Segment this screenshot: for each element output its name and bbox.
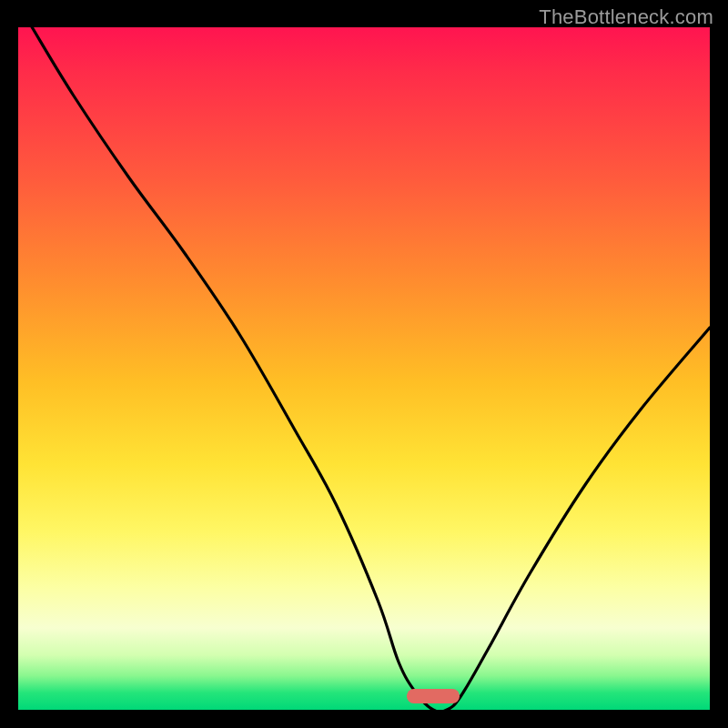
plot-area — [18, 27, 710, 710]
optimum-marker — [407, 689, 460, 703]
watermark-text: TheBottleneck.com — [539, 5, 713, 29]
curve-layer — [18, 27, 710, 710]
chart-frame: TheBottleneck.com — [0, 0, 728, 728]
bottleneck-curve — [32, 27, 710, 710]
